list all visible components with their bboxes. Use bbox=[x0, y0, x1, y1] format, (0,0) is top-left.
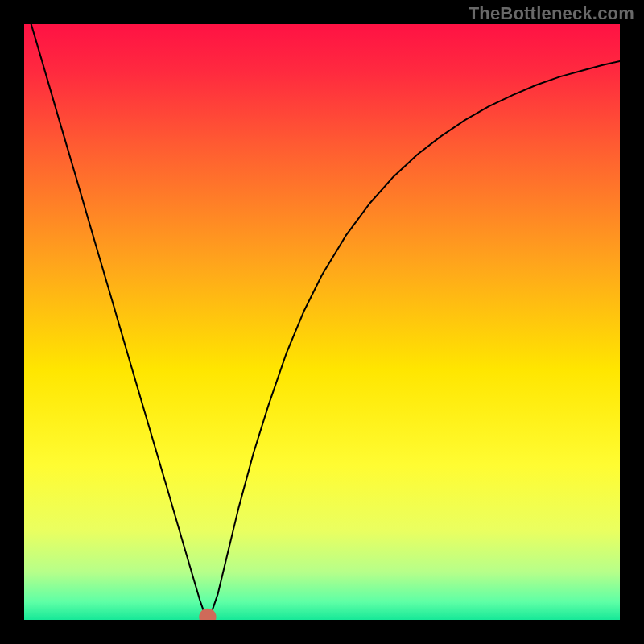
chart-frame: TheBottleneck.com bbox=[0, 0, 644, 644]
watermark-text: TheBottleneck.com bbox=[469, 3, 634, 24]
plot-area bbox=[24, 24, 620, 620]
gradient-background bbox=[24, 24, 620, 620]
plot-svg bbox=[24, 24, 620, 620]
